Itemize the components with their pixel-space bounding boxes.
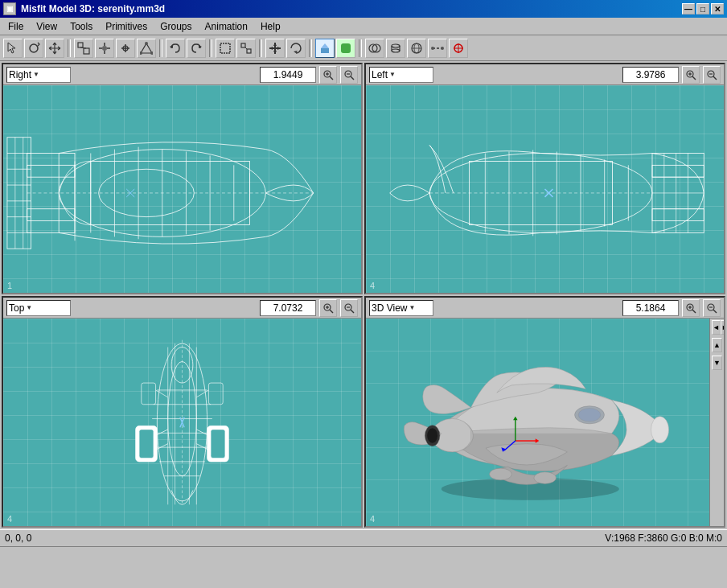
svg-point-33 — [392, 44, 400, 47]
svg-line-22 — [245, 47, 247, 49]
view-select-top-right-label: Left — [372, 69, 388, 80]
svg-rect-28 — [321, 48, 329, 53]
viewport-top-right-canvas[interactable]: 4 — [366, 85, 724, 293]
status-bar: 0, 0, 0 V:1968 F:3860 G:0 B:0 M:0 — [0, 529, 727, 547]
select-rect-button[interactable] — [216, 39, 235, 58]
extrude-button[interactable] — [315, 39, 335, 58]
svg-point-153 — [651, 417, 668, 443]
scroll-right-button[interactable]: ► — [721, 320, 724, 335]
svg-marker-29 — [321, 43, 329, 48]
menu-file[interactable]: File — [2, 19, 30, 34]
svg-rect-91 — [652, 209, 704, 221]
scale-tool-button[interactable] — [74, 39, 93, 58]
svg-point-15 — [150, 51, 153, 55]
boolean-button[interactable] — [365, 39, 384, 58]
viewport-bottom-left: Top ▼ — [2, 296, 363, 528]
add-face-button[interactable] — [137, 39, 156, 58]
app-icon: ▣ — [3, 2, 16, 15]
snap-button[interactable] — [449, 39, 468, 58]
svg-point-14 — [145, 42, 148, 45]
minimize-button[interactable]: — — [682, 3, 695, 14]
svg-rect-129 — [211, 430, 225, 458]
view-select-top-left[interactable]: Right ▼ — [6, 67, 71, 83]
zoom-input-bottom-right[interactable] — [622, 300, 679, 316]
select-connected-button[interactable] — [236, 39, 256, 58]
viewport-container: Right ▼ — [0, 61, 727, 529]
svg-line-4 — [80, 47, 86, 48]
view-select-bottom-left[interactable]: Top ▼ — [6, 300, 71, 316]
rotate-tool-button[interactable] — [24, 39, 43, 58]
toolbar-separator-6 — [359, 39, 362, 57]
zoom-out-top-left[interactable] — [340, 66, 358, 84]
scroll-down-button[interactable]: ▼ — [712, 356, 722, 370]
svg-line-142 — [156, 390, 168, 397]
viewport-bottom-right-header: 3D View ▼ — [366, 298, 724, 319]
menu-primitives[interactable]: Primitives — [99, 19, 154, 34]
svg-point-36 — [392, 49, 400, 52]
cylinder-button[interactable] — [386, 39, 405, 58]
svg-line-109 — [330, 310, 333, 313]
svg-point-160 — [427, 428, 437, 442]
view-select-top-right[interactable]: Left ▼ — [369, 67, 433, 83]
view-select-bottom-right-arrow: ▼ — [409, 304, 415, 311]
undo-button[interactable] — [166, 39, 185, 58]
svg-marker-23 — [273, 43, 277, 46]
toolbar-separator-4 — [259, 39, 262, 57]
sphere-button[interactable] — [407, 39, 426, 58]
svg-line-51 — [351, 76, 354, 80]
viewport-number-4a: 4 — [370, 281, 375, 290]
svg-marker-0 — [8, 43, 15, 53]
viewport-bottom-right-canvas[interactable]: ◄ ► ▲ ▼ 4 — [366, 319, 724, 526]
svg-point-158 — [534, 472, 557, 484]
viewport-top-left-canvas[interactable]: 1 — [3, 85, 361, 293]
menu-view[interactable]: View — [30, 19, 64, 34]
zoom-input-top-left[interactable] — [260, 67, 316, 83]
toolbar-separator-2 — [159, 39, 162, 57]
viewport-bottom-right: 3D View ▼ — [364, 296, 725, 528]
close-button[interactable]: ✕ — [711, 3, 724, 14]
viewport-top-left: Right ▼ — [2, 63, 363, 294]
svg-line-143 — [196, 390, 208, 397]
scroll-arrows-3d: ◄ ► ▲ ▼ — [709, 319, 724, 526]
menu-animation[interactable]: Animation — [199, 19, 254, 34]
zoom-in-bottom-left[interactable] — [319, 299, 337, 317]
menu-bar: File View Tools Primitives Groups Animat… — [0, 18, 727, 35]
svg-rect-30 — [341, 43, 351, 53]
zoom-out-bottom-right[interactable] — [703, 299, 721, 317]
view-select-bottom-left-label: Top — [9, 302, 24, 314]
viewport-number-1: 1 — [7, 281, 12, 290]
redo-button[interactable] — [187, 39, 206, 58]
view-select-bottom-right[interactable]: 3D View ▼ — [369, 300, 433, 316]
svg-line-113 — [351, 310, 354, 313]
add-vertex-button[interactable] — [116, 39, 135, 58]
view-select-top-left-label: Right — [9, 69, 31, 80]
move-vertex-button[interactable] — [95, 39, 114, 58]
svg-point-41 — [431, 47, 434, 50]
svg-point-1 — [30, 44, 38, 52]
zoom-in-top-left[interactable] — [319, 66, 337, 84]
zoom-input-top-right[interactable] — [622, 67, 679, 83]
scroll-up-button[interactable]: ▲ — [712, 338, 722, 352]
svg-rect-141 — [208, 383, 223, 405]
move-obj-button[interactable] — [45, 39, 64, 58]
svg-rect-20 — [241, 43, 245, 47]
zoom-input-bottom-left[interactable] — [260, 300, 316, 316]
weld-button[interactable] — [428, 39, 447, 58]
toolbar-separator-3 — [209, 39, 212, 57]
scroll-left-button[interactable]: ◄ — [712, 320, 721, 335]
zoom-in-top-right[interactable] — [682, 66, 700, 84]
zoom-out-bottom-left[interactable] — [340, 299, 358, 317]
move-tool2-button[interactable] — [265, 39, 285, 58]
viewport-bottom-left-canvas[interactable]: 4 — [3, 319, 361, 526]
svg-point-16 — [140, 51, 142, 55]
zoom-in-bottom-right[interactable] — [682, 299, 700, 317]
menu-tools[interactable]: Tools — [64, 19, 99, 34]
menu-help[interactable]: Help — [254, 19, 287, 34]
select-tool-button[interactable] — [3, 39, 23, 58]
zoom-out-top-right[interactable] — [703, 66, 721, 84]
menu-groups[interactable]: Groups — [154, 19, 198, 34]
rotate-tool2-button[interactable] — [286, 39, 306, 58]
smooth-button[interactable] — [336, 39, 355, 58]
maximize-button[interactable]: □ — [696, 3, 709, 14]
svg-point-156 — [578, 408, 601, 421]
